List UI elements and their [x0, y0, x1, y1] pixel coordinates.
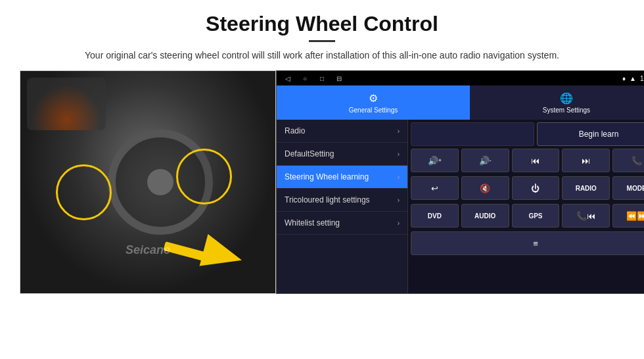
menu-item-default[interactable]: DefaultSetting ›	[277, 143, 407, 166]
phone-prev-button[interactable]: 📞⏮	[562, 204, 610, 227]
tab-system[interactable]: 🌐 System Settings	[470, 85, 644, 120]
row-volume-controls: 🔊+ 🔊- ⏮ ⏭ 📞	[411, 149, 644, 174]
chevron-icon: ›	[398, 174, 400, 181]
home-nav-icon[interactable]: ○	[300, 74, 310, 83]
next-track-button[interactable]: ⏭	[562, 149, 610, 172]
left-menu: Radio › DefaultSetting › Steering Wheel …	[277, 120, 408, 293]
begin-learn-button[interactable]: Begin learn	[537, 122, 644, 146]
circle-left-highlight	[56, 164, 112, 220]
chevron-icon: ›	[398, 220, 400, 227]
dashboard-gauges	[27, 78, 106, 130]
page-title: Steering Wheel Control	[206, 12, 438, 36]
menu-whitelist-label: Whitelist setting	[285, 218, 340, 227]
tabs-row: ⚙ General Settings 🌐 System Settings	[277, 85, 644, 120]
page-subtitle: Your original car's steering wheel contr…	[85, 49, 559, 62]
status-right: ♦ ▲ 13:13	[622, 75, 644, 82]
chevron-icon: ›	[398, 128, 400, 135]
content-area: Radio › DefaultSetting › Steering Wheel …	[277, 120, 644, 293]
android-panel: ◁ ○ □ ⊟ ♦ ▲ 13:13 ⚙ General Settings	[276, 70, 644, 294]
menu-nav-icon[interactable]: ⊟	[334, 74, 344, 83]
tab-general-label: General Settings	[349, 107, 398, 114]
arrow-head	[200, 234, 246, 276]
car-image: Seicane	[20, 70, 276, 294]
back-nav-icon[interactable]: ◁	[283, 74, 292, 83]
arrow-container	[164, 235, 242, 275]
status-time: 13:13	[640, 75, 644, 82]
audio-button[interactable]: AUDIO	[461, 204, 509, 227]
back-button[interactable]: ↩	[411, 176, 459, 200]
status-bar: ◁ ○ □ ⊟ ♦ ▲ 13:13	[277, 71, 644, 85]
chevron-icon: ›	[398, 151, 400, 158]
radio-button[interactable]: RADIO	[562, 176, 610, 200]
power-button[interactable]: ⏻	[512, 176, 560, 200]
row-mode-controls: ↩ 🔇 ⏻ RADIO MODE	[411, 176, 644, 201]
list-button[interactable]: ≡	[411, 231, 644, 255]
phone-button[interactable]: 📞	[612, 149, 644, 172]
page-wrapper: Steering Wheel Control Your original car…	[0, 0, 644, 359]
tab-system-label: System Settings	[543, 107, 590, 114]
menu-tricoloured-label: Tricoloured light settings	[285, 195, 370, 204]
main-content: Seicane ◁ ○ □ ⊟ ♦ ▲ 13:13	[20, 70, 624, 294]
menu-item-whitelist[interactable]: Whitelist setting ›	[277, 212, 407, 235]
title-divider	[309, 40, 335, 42]
system-settings-icon: 🌐	[560, 92, 573, 105]
circle-right-highlight	[176, 149, 232, 204]
menu-tricoloured-row: Tricoloured light settings ›	[285, 195, 400, 204]
menu-radio-label: Radio	[285, 126, 305, 135]
menu-steering-label: Steering Wheel learning	[285, 172, 369, 181]
menu-item-tricoloured[interactable]: Tricoloured light settings ›	[277, 189, 407, 212]
gps-button[interactable]: GPS	[512, 204, 560, 227]
row-list-controls: ≡	[411, 231, 644, 256]
rewind-ff-button[interactable]: ⏪⏩	[612, 204, 644, 227]
vol-up-button[interactable]: 🔊+	[411, 149, 459, 172]
general-settings-icon: ⚙	[369, 92, 378, 105]
row-source-controls: DVD AUDIO GPS 📞⏮ ⏪⏩	[411, 204, 644, 229]
menu-default-label: DefaultSetting	[285, 149, 334, 158]
recent-nav-icon[interactable]: □	[317, 74, 327, 83]
car-image-bg: Seicane	[20, 71, 275, 293]
watermark: Seicane	[126, 243, 170, 257]
tab-general[interactable]: ⚙ General Settings	[277, 85, 470, 120]
location-icon: ♦	[622, 75, 626, 82]
vol-down-button[interactable]: 🔊-	[461, 149, 509, 172]
mute-button[interactable]: 🔇	[461, 176, 509, 200]
empty-placeholder	[411, 122, 534, 146]
right-controls-panel: Begin learn 🔊+ 🔊- ⏮ ⏭ 📞 ↩ 🔇 ⏻	[408, 120, 644, 293]
dvd-button[interactable]: DVD	[411, 204, 459, 227]
chevron-icon: ›	[398, 197, 400, 204]
prev-track-button[interactable]: ⏮	[512, 149, 560, 172]
menu-item-steering[interactable]: Steering Wheel learning ›	[277, 166, 407, 189]
mode-button[interactable]: MODE	[612, 176, 644, 200]
wifi-icon: ▲	[630, 75, 636, 82]
row-begin-learn: Begin learn	[411, 122, 644, 146]
status-nav-icons: ◁ ○ □ ⊟	[283, 74, 344, 83]
menu-item-radio[interactable]: Radio ›	[277, 120, 407, 143]
